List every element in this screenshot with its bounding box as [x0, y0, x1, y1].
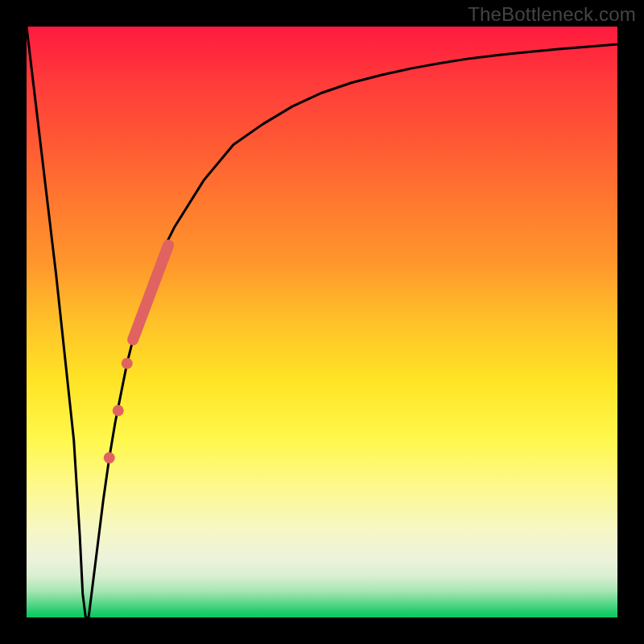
- watermark-text: TheBottleneck.com: [468, 3, 636, 26]
- marker-dot: [104, 452, 115, 464]
- chart-plot-area: [27, 27, 617, 617]
- marker-dot: [122, 357, 133, 369]
- chart-root: TheBottleneck.com: [0, 0, 644, 644]
- chart-svg: [0, 0, 644, 644]
- marker-dot: [113, 405, 124, 416]
